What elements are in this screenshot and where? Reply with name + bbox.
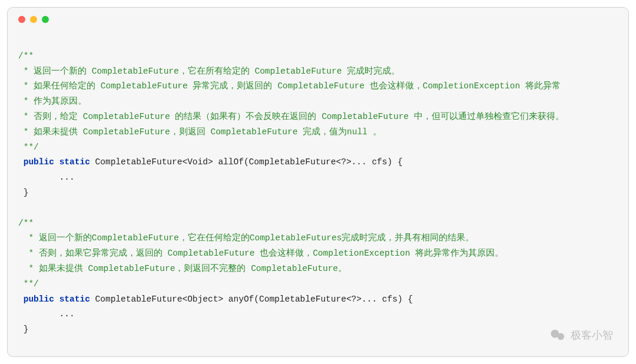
keyword-public: public <box>24 157 54 167</box>
method-body: ... <box>18 309 75 319</box>
close-brace: } <box>18 325 28 334</box>
wechat-icon <box>549 327 566 343</box>
method-body: ... <box>18 173 75 182</box>
comment-line: * 返回一个新的CompletableFuture，它在任何给定的Complet… <box>18 233 474 243</box>
signature-text: CompletableFuture<Void> allOf(Completabl… <box>90 157 403 167</box>
keyword-static: static <box>59 294 90 304</box>
watermark: 极客小智 <box>549 327 613 343</box>
close-icon[interactable] <box>18 16 25 23</box>
minimize-icon[interactable] <box>30 16 37 23</box>
keyword-static: static <box>59 157 90 167</box>
svg-point-1 <box>557 333 564 340</box>
watermark-text: 极客小智 <box>571 328 613 342</box>
signature-text: CompletableFuture<Object> anyOf(Completa… <box>90 294 413 304</box>
comment-line: * 如果未提供 CompletableFuture，则返回 Completabl… <box>18 127 382 137</box>
method-signature: public static CompletableFuture<Object> … <box>18 294 413 304</box>
comment-line: * 如果未提供 CompletableFuture，则返回不完整的 Comple… <box>18 264 347 273</box>
window-controls <box>18 16 618 23</box>
comment-line: /** <box>18 219 34 228</box>
comment-line: **/ <box>18 143 39 152</box>
comment-line: * 如果任何给定的 CompletableFuture 异常完成，则返回的 Co… <box>18 81 561 91</box>
comment-line: * 否则，如果它异常完成，返回的 CompletableFuture 也会这样做… <box>18 249 504 258</box>
comment-line: * 否则，给定 CompletableFuture 的结果（如果有）不会反映在返… <box>18 112 564 121</box>
code-block: /** * 返回一个新的 CompletableFuture，它在所有给定的 C… <box>18 34 618 337</box>
code-window: /** * 返回一个新的 CompletableFuture，它在所有给定的 C… <box>7 7 629 357</box>
comment-line: * 返回一个新的 CompletableFuture，它在所有给定的 Compl… <box>18 67 400 76</box>
close-brace: } <box>18 188 28 197</box>
comment-line: /** <box>18 51 34 61</box>
comment-line: **/ <box>18 279 39 289</box>
method-signature: public static CompletableFuture<Void> al… <box>18 157 403 167</box>
keyword-public: public <box>24 294 54 304</box>
comment-line: * 作为其原因。 <box>18 97 87 106</box>
maximize-icon[interactable] <box>42 16 49 23</box>
